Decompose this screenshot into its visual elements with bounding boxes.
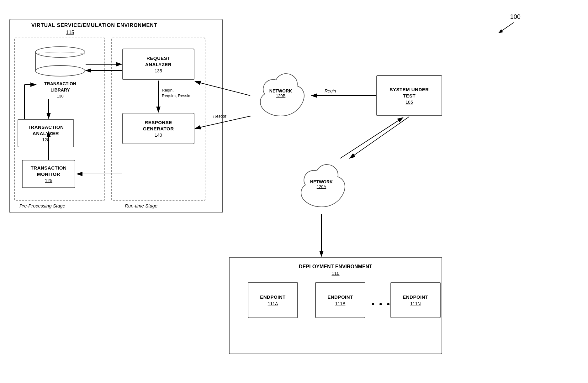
network-120a-label: NETWORK 120A [292,179,351,189]
network-120b-label: NETWORK 120B [251,88,310,98]
transaction-analyzer-box: TRANSACTIONANALYZER 128 [18,119,74,147]
response-generator-box: RESPONSEGENERATOR 140 [122,113,194,144]
system-under-test-box: SYSTEM UNDERTEST 105 [376,75,442,116]
runtime-label: Run-time Stage [125,203,157,208]
transaction-monitor-box: TRANSACTIONMONITOR 125 [22,160,75,188]
ref-100-label: 100 [510,13,521,20]
pre-processing-label: Pre-Processing Stage [19,203,65,208]
svg-line-21 [340,118,403,158]
endpoint-111n-box: ENDPOINT 111N [390,282,441,318]
network-120a: NETWORK 120A [292,157,351,213]
vse-ref: 115 [66,30,74,35]
transaction-library-label: TRANSACTIONLIBRARY 130 [30,81,90,98]
transaction-library-cylinder [35,46,85,76]
svg-marker-1 [499,29,503,33]
svg-line-0 [499,23,514,33]
diagram: 100 VIRTUAL SERVICE/EMULATION ENVIRONMEN… [0,0,588,383]
endpoint-111b-box: ENDPOINT 111B [315,282,365,318]
svg-line-20 [350,117,409,158]
network-120b: NETWORK 120B [251,66,310,122]
vse-label: VIRTUAL SERVICE/EMULATION ENVIRONMENT [31,23,157,28]
endpoint-111a-box: ENDPOINT 111A [248,282,298,318]
ellipsis-dots: • • • [372,299,391,309]
svg-text:Reqin: Reqin [325,88,336,93]
request-analyzer-box: REQUESTANALYZER 135 [122,49,194,80]
